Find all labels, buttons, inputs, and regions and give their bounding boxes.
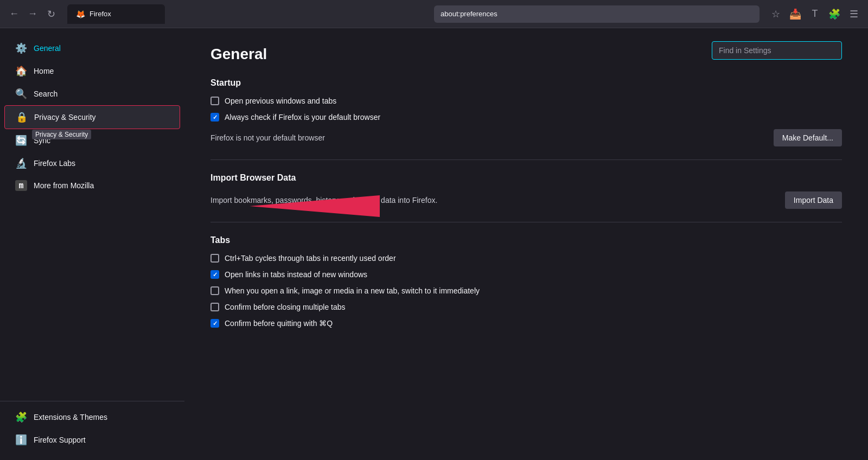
confirm-quit-checkbox[interactable] [210, 319, 219, 328]
home-icon: 🏠 [15, 65, 27, 77]
firefox-tab[interactable]: 🦊 Firefox [67, 4, 165, 24]
extensions-icon[interactable]: 🧩 [827, 7, 842, 22]
sidebar-label-labs: Firefox Labs [34, 159, 75, 168]
back-button[interactable]: ← [7, 7, 22, 22]
ctrl-tab-row: Ctrl+Tab cycles through tabs in recently… [210, 254, 842, 263]
confirm-quit-row: Confirm before quitting with ⌘Q [210, 319, 842, 328]
sidebar-item-sync[interactable]: 🔄 Sync [4, 129, 180, 152]
ctrl-tab-checkbox[interactable] [210, 254, 219, 263]
sidebar: ⚙️ General 🏠 Home 🔍 Search 🔒 Privacy & S… [0, 28, 184, 460]
sidebar-bottom: 🧩 Extensions & Themes ℹ️ Firefox Support [0, 401, 184, 451]
tab-title: Firefox [90, 10, 111, 18]
restore-tabs-row: Open previous windows and tabs [210, 97, 842, 105]
restore-tabs-checkbox[interactable] [210, 97, 219, 105]
sync-icon: 🔄 [15, 135, 27, 146]
sidebar-label-extensions: Extensions & Themes [34, 413, 107, 421]
startup-section-title: Startup [210, 78, 842, 88]
find-settings-input[interactable] [712, 41, 842, 60]
forward-button[interactable]: → [25, 7, 40, 22]
search-icon: 🔍 [15, 88, 27, 100]
import-data-button[interactable]: Import Data [785, 191, 842, 209]
sidebar-item-firefox-labs[interactable]: 🔬 Firefox Labs [4, 152, 180, 175]
address-text: about:preferences [441, 10, 497, 18]
reload-button[interactable]: ↻ [43, 7, 59, 22]
sidebar-item-extensions[interactable]: 🧩 Extensions & Themes [4, 406, 180, 429]
content-area: General Startup Open previous windows an… [184, 28, 868, 460]
sidebar-label-mozilla: More from Mozilla [34, 181, 94, 190]
sidebar-item-general[interactable]: ⚙️ General [4, 37, 180, 60]
ctrl-tab-label: Ctrl+Tab cycles through tabs in recently… [225, 254, 396, 263]
sidebar-item-more-mozilla[interactable]: m More from Mozilla [4, 175, 180, 196]
switch-new-tab-row: When you open a link, image or media in … [210, 286, 842, 295]
tab-bar: 🦊 Firefox [67, 4, 425, 24]
sidebar-label-home: Home [34, 67, 54, 75]
menu-icon[interactable]: ☰ [846, 7, 861, 22]
bookmark-icon[interactable]: ☆ [768, 7, 783, 22]
extensions-addon-icon: 🧩 [15, 411, 27, 423]
nav-buttons: ← → ↻ [7, 7, 59, 22]
support-icon: ℹ️ [15, 434, 27, 446]
sidebar-item-home[interactable]: 🏠 Home [4, 60, 180, 82]
default-browser-status: Firefox is not your default browser [210, 133, 325, 142]
privacy-tooltip: Privacy & Security [32, 130, 91, 139]
tabs-section-title: Tabs [210, 235, 842, 245]
toolbar-icons: ☆ 📥 T 🧩 ☰ [768, 7, 861, 22]
sidebar-item-privacy[interactable]: 🔒 Privacy & Security Privacy & Security [4, 105, 180, 129]
open-links-tabs-row: Open links in tabs instead of new window… [210, 270, 842, 279]
mozilla-icon: m [15, 180, 27, 191]
confirm-quit-label: Confirm before quitting with ⌘Q [225, 319, 333, 328]
sidebar-label-support: Firefox Support [34, 436, 86, 444]
default-browser-check-checkbox[interactable] [210, 113, 219, 122]
default-browser-check-row: Always check if Firefox is your default … [210, 113, 842, 122]
confirm-close-tabs-row: Confirm before closing multiple tabs [210, 303, 842, 311]
import-description: Import bookmarks, passwords, history, an… [210, 196, 437, 205]
make-default-button[interactable]: Make Default... [774, 129, 842, 146]
browser-chrome: ← → ↻ 🦊 Firefox about:preferences ☆ 📥 T … [0, 0, 868, 28]
default-browser-check-label: Always check if Firefox is your default … [225, 113, 380, 122]
restore-tabs-label: Open previous windows and tabs [225, 97, 336, 105]
import-section-title: Import Browser Data [210, 173, 842, 183]
labs-icon: 🔬 [15, 157, 27, 169]
make-default-left: Firefox is not your default browser [210, 133, 325, 142]
switch-new-tab-checkbox[interactable] [210, 286, 219, 295]
lock-icon: 🔒 [16, 111, 28, 123]
open-links-tabs-checkbox[interactable] [210, 270, 219, 279]
sidebar-label-general: General [34, 44, 61, 53]
profile-icon[interactable]: T [807, 7, 822, 22]
switch-new-tab-label: When you open a link, image or media in … [225, 286, 480, 295]
open-links-tabs-label: Open links in tabs instead of new window… [225, 270, 367, 279]
confirm-close-tabs-checkbox[interactable] [210, 303, 219, 311]
make-default-row: Firefox is not your default browser Make… [210, 129, 842, 146]
import-separator [210, 222, 842, 222]
sidebar-label-search: Search [34, 90, 58, 98]
address-bar[interactable]: about:preferences [434, 5, 760, 23]
import-row: Import bookmarks, passwords, history, an… [210, 191, 842, 209]
app-layout: ⚙️ General 🏠 Home 🔍 Search 🔒 Privacy & S… [0, 28, 868, 460]
confirm-close-tabs-label: Confirm before closing multiple tabs [225, 303, 346, 311]
pocket-icon[interactable]: 📥 [788, 7, 803, 22]
sidebar-label-privacy: Privacy & Security [34, 113, 96, 122]
gear-icon: ⚙️ [15, 42, 27, 54]
sidebar-item-search[interactable]: 🔍 Search [4, 82, 180, 105]
sidebar-item-support[interactable]: ℹ️ Firefox Support [4, 429, 180, 451]
tab-favicon-icon: 🦊 [76, 10, 85, 18]
startup-separator [210, 159, 842, 160]
find-settings-container [712, 41, 842, 60]
